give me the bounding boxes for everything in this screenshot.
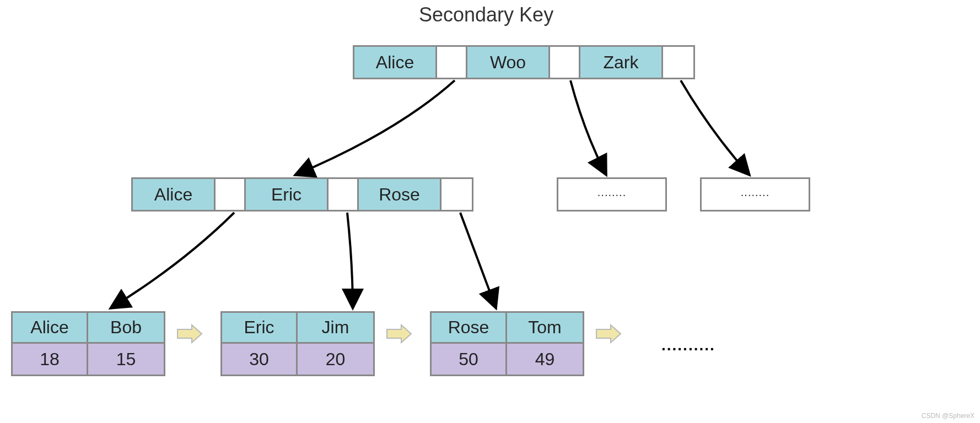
mid-key-2: Rose — [359, 179, 441, 210]
leaf0-val-1: 15 — [88, 344, 164, 375]
placeholder-box-2: ········ — [700, 177, 810, 212]
link-arrow-icon — [176, 324, 203, 344]
placeholder-box-1: ········ — [557, 177, 667, 212]
leaf2-key-0: Rose — [432, 313, 507, 344]
link-arrow-icon — [386, 324, 412, 344]
root-key-2: Zark — [580, 47, 663, 78]
mid-node: Alice Eric Rose — [131, 177, 473, 212]
leaf0-key-1: Bob — [88, 313, 164, 344]
mid-ptr-1 — [329, 179, 359, 210]
watermark: CSDN @SphereX — [922, 412, 974, 420]
mid-key-0: Alice — [133, 179, 216, 210]
leaf1-val-1: 20 — [298, 344, 373, 375]
leaf2-val-0: 50 — [432, 344, 507, 375]
root-ptr-0 — [437, 47, 467, 78]
mid-ptr-0 — [216, 179, 246, 210]
mid-ptr-2 — [441, 179, 472, 210]
trailing-dots: ·········· — [661, 340, 715, 358]
leaf-node-1: Eric Jim 30 20 — [220, 311, 375, 376]
diagram-title: Secondary Key — [419, 3, 553, 26]
root-key-1: Woo — [467, 47, 550, 78]
mid-key-1: Eric — [246, 179, 329, 210]
leaf2-key-1: Tom — [507, 313, 583, 344]
leaf2-val-1: 49 — [507, 344, 583, 375]
root-ptr-2 — [663, 47, 693, 78]
link-arrow-icon — [595, 324, 622, 344]
leaf0-val-0: 18 — [13, 344, 88, 375]
leaf1-key-1: Jim — [298, 313, 373, 344]
leaf1-key-0: Eric — [222, 313, 298, 344]
leaf-node-2: Rose Tom 50 49 — [430, 311, 584, 376]
leaf-node-0: Alice Bob 18 15 — [11, 311, 165, 376]
root-key-0: Alice — [354, 47, 437, 78]
leaf0-key-0: Alice — [13, 313, 88, 344]
root-node: Alice Woo Zark — [353, 45, 695, 79]
root-ptr-1 — [550, 47, 580, 78]
leaf1-val-0: 30 — [222, 344, 298, 375]
